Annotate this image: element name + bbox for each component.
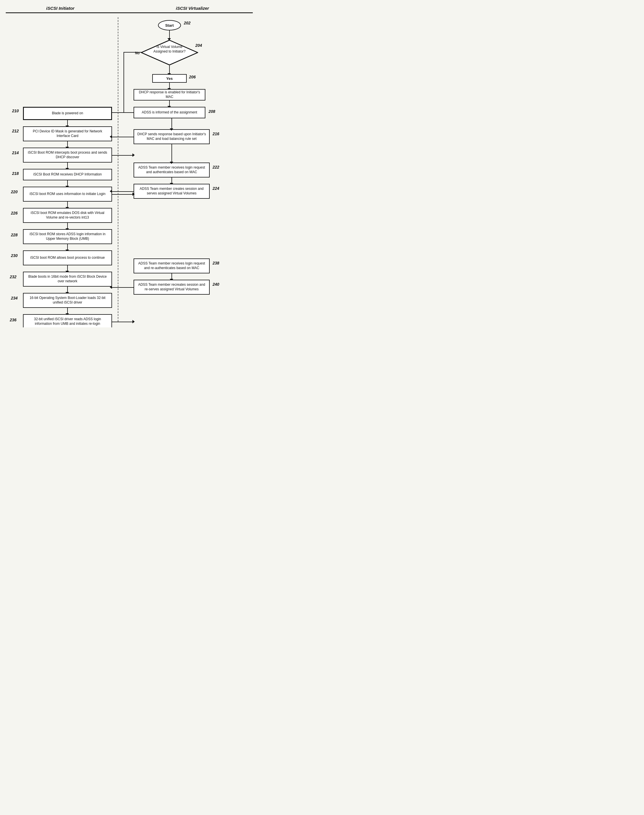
label-236: 236 [10,318,16,322]
arrow-recreates-left [112,287,133,288]
arrow-creates-left [112,191,133,192]
label-212: 212 [12,129,19,133]
arrow-uses-adss [112,194,133,195]
label-220: 220 [11,190,17,194]
box-adss-team-login2: ADSS Team member receives login request … [133,259,210,273]
arrow-intercepts-dhcp [112,155,133,156]
arrow-dhcp-left [112,137,133,137]
label-216: 216 [213,132,219,136]
arrowhead-creates-left [110,190,112,193]
box-iscsi-emulates: iSCSI boot ROM emulates DOS disk with Vi… [23,208,112,223]
box-iscsi-intercepts: iSCSI Boot ROM intercepts boot process a… [23,148,112,162]
label-206: 206 [189,75,196,79]
box-dhcp-sends: DHCP sends response based upon Initiator… [133,129,210,144]
box-adss-team-creates: ADSS Team member creates session and ser… [133,184,210,199]
label-238: 238 [213,261,219,265]
label-228: 228 [11,233,17,237]
box-iscsi-stores: iSCSI boot ROM stores ADSS login informa… [23,229,112,244]
box-adss-informed: ADSS is informed of the assignment [133,107,205,118]
label-232: 232 [10,274,16,279]
box-iscsi-uses: iSCSI boot ROM uses information to initi… [23,187,112,202]
label-234: 234 [11,296,17,300]
box-blade-boots: Blade boots in 16bit mode from iSCSI Blo… [23,272,112,286]
box-iscsi-receives: iSCSI Boot ROM receives DHCP Information [23,169,112,180]
label-210: 210 [12,109,19,113]
yes-box: Yes [152,74,187,83]
diamond-virtual-volume: Is Virtual Volume Assigned to Initiator? [141,40,198,66]
arrow-start-down [169,31,170,39]
arrowhead-dhcp-left [110,135,112,138]
label-240: 240 [213,282,219,286]
arrowhead-recreates-left [110,285,112,289]
label-226: 226 [11,211,17,215]
arrow-no-v [124,52,124,112]
arrow-no-h [124,52,141,52]
label-202: 202 [184,21,190,25]
label-230: 230 [11,253,17,258]
box-os-bootloader: 16-bit Operating System Boot-Loader load… [23,293,112,308]
start-oval: Start [158,20,181,31]
box-blade-powered: Blade is powered on [23,107,112,120]
arrowhead-driver-adss2 [132,320,135,323]
header-iscsi-virtualizer: iSCSI Virtualizer [115,6,253,12]
box-adss-team-login: ADSS Team member receives login request … [133,162,210,178]
box-driver-reads: 32-bit unified iSCSI driver reads ADSS l… [23,314,112,327]
arrow-dhcp-adss-team [172,144,172,162]
box-dhcp-response: DHCP response is enabled for Initiator's… [133,89,205,101]
arrowhead-uses-adss [132,192,135,196]
label-204: 204 [195,43,202,47]
column-divider [118,17,118,322]
box-pci-device: PCI Device ID Mask is generated for Netw… [23,126,112,141]
header-iscsi-initiator: iSCSI Initiator [6,6,115,12]
diagram-container: iSCSI Initiator iSCSI Virtualizer Start … [6,6,253,322]
arrowhead-adss-dhcp-v [170,129,173,131]
arrow-driver-adss2 [112,322,133,322]
box-adss-team-recreates: ADSS Team member recreates session and r… [133,280,210,295]
label-218: 218 [12,171,19,176]
arrowhead-dhcp-adss-team [170,162,173,164]
label-214: 214 [12,150,19,155]
diamond-label: Is Virtual Volume Assigned to Initiator? [149,45,190,54]
label-224: 224 [213,186,219,191]
header-row: iSCSI Initiator iSCSI Virtualizer [6,6,253,13]
arrow-adss-dhcp-v [172,118,172,129]
label-222: 222 [213,165,219,169]
arrowhead-intercepts-dhcp [132,153,135,157]
arrow-diamond-yes-down [169,66,170,74]
box-iscsi-allows: iSCSI boot ROM allows boot process to co… [23,250,112,265]
label-208: 208 [209,109,215,114]
